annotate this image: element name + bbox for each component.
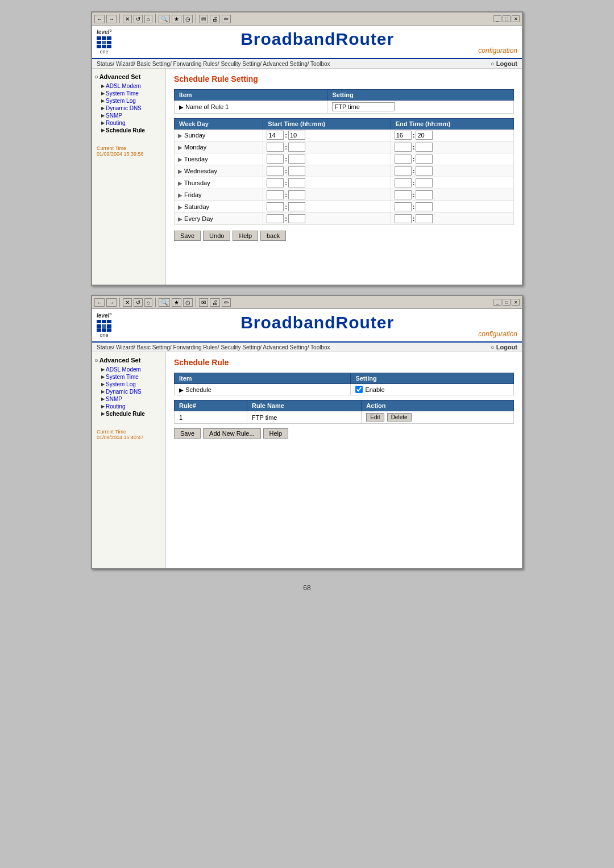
end-hour-wednesday[interactable] [395, 166, 412, 176]
back-button-2[interactable]: ← [94, 298, 105, 307]
close-button-1[interactable]: ✕ [512, 15, 520, 22]
sidebar-header-2[interactable]: ○ Advanced Set [94, 357, 163, 364]
home-button-1[interactable]: ⌂ [144, 15, 152, 23]
back-button-1[interactable]: ← [94, 15, 105, 23]
end-min-monday[interactable] [416, 143, 433, 152]
back-button-form-1[interactable]: back [260, 231, 286, 241]
history-button-2[interactable]: ◷ [183, 298, 193, 307]
minimize-button-2[interactable]: _ [493, 299, 501, 306]
end-min-friday[interactable] [416, 190, 433, 199]
enable-checkbox-2[interactable] [355, 386, 363, 393]
minimize-button-1[interactable]: _ [493, 15, 501, 22]
end-min-wednesday[interactable] [416, 166, 433, 176]
router-header-1: level° [92, 26, 522, 59]
sidebar-item-syslog-2[interactable]: ▶ System Log [94, 381, 163, 388]
start-min-friday[interactable] [288, 190, 305, 199]
close-button-2[interactable]: ✕ [512, 299, 520, 306]
edit-button-2[interactable]: ✏ [222, 298, 231, 307]
save-button-1[interactable]: Save [174, 231, 201, 241]
end-hour-everyday[interactable] [395, 214, 412, 223]
win-controls-1: _ □ ✕ [493, 15, 520, 22]
end-min-sunday[interactable] [416, 131, 433, 140]
sidebar-item-ddns-2[interactable]: ▶ Dynamic DNS [94, 388, 163, 395]
start-min-monday[interactable] [288, 143, 305, 152]
sidebar-item-adsl-1[interactable]: ▶ ADSL Modem [94, 82, 163, 90]
start-min-saturday[interactable] [288, 202, 305, 211]
end-min-saturday[interactable] [416, 202, 433, 211]
refresh-button-1[interactable]: ↺ [134, 15, 143, 23]
refresh-button-2[interactable]: ↺ [134, 298, 143, 307]
start-hour-thursday[interactable] [267, 178, 284, 187]
start-min-tuesday[interactable] [288, 155, 305, 164]
start-time-wednesday: : [263, 165, 391, 177]
sidebar-item-schedule-2[interactable]: ▶ Schedule Rule [94, 410, 163, 418]
schedule-row-tuesday: ▶ Tuesday : [175, 153, 514, 165]
start-min-everyday[interactable] [288, 214, 305, 223]
end-min-thursday[interactable] [416, 178, 433, 187]
sidebar-item-syslog-1[interactable]: ▶ System Log [94, 97, 163, 105]
sidebar-item-snmp-2[interactable]: ▶ SNMP [94, 395, 163, 403]
logout-button-2[interactable]: ○ Logout [491, 344, 517, 350]
end-hour-tuesday[interactable] [395, 155, 412, 164]
end-hour-thursday[interactable] [395, 178, 412, 187]
add-new-rule-button[interactable]: Add New Rule... [203, 428, 260, 439]
start-hour-sunday[interactable] [267, 131, 284, 140]
mail-button-2[interactable]: ✉ [199, 298, 208, 307]
undo-button-1[interactable]: Undo [203, 231, 230, 241]
favorites-button-2[interactable]: ★ [172, 298, 181, 307]
start-hour-friday[interactable] [267, 190, 284, 199]
sidebar-header-1[interactable]: ○ Advanced Set [94, 73, 163, 80]
sidebar-item-snmp-1[interactable]: ▶ SNMP [94, 112, 163, 119]
start-hour-saturday[interactable] [267, 202, 284, 211]
nav-bar-1: Status/ Wizard/ Basic Setting/ Forwardin… [92, 59, 522, 69]
start-min-sunday[interactable] [288, 131, 305, 140]
print-button-1[interactable]: 🖨 [210, 15, 220, 23]
start-hour-monday[interactable] [267, 143, 284, 152]
start-hour-everyday[interactable] [267, 214, 284, 223]
sidebar-item-ddns-1[interactable]: ▶ Dynamic DNS [94, 105, 163, 112]
start-hour-wednesday[interactable] [267, 166, 284, 176]
sidebar-item-routing-2[interactable]: ▶ Routing [94, 403, 163, 410]
home-button-2[interactable]: ⌂ [144, 298, 152, 307]
mail-button-1[interactable]: ✉ [199, 15, 208, 23]
stop-button-1[interactable]: ✕ [123, 15, 132, 23]
history-button-1[interactable]: ◷ [183, 15, 193, 23]
nav-bar-2: Status/ Wizard/ Basic Setting/ Forwardin… [92, 343, 522, 352]
forward-button-2[interactable]: → [106, 298, 117, 307]
sidebar-item-adsl-2[interactable]: ▶ ADSL Modem [94, 366, 163, 373]
help-button-2[interactable]: Help [263, 428, 289, 439]
search-button-1[interactable]: 🔍 [159, 15, 170, 23]
sidebar-item-routing-1[interactable]: ▶ Routing [94, 119, 163, 127]
sidebar-item-systemtime-2[interactable]: ▶ System Time [94, 373, 163, 381]
forward-button-1[interactable]: → [106, 15, 117, 23]
help-button-1[interactable]: Help [233, 231, 258, 241]
end-min-tuesday[interactable] [416, 155, 433, 164]
start-min-thursday[interactable] [288, 178, 305, 187]
edit-rule-button-1[interactable]: Edit [366, 413, 384, 422]
stop-button-2[interactable]: ✕ [123, 298, 132, 307]
rule-name-input-1[interactable] [332, 102, 395, 111]
win-controls-2: _ □ ✕ [493, 299, 520, 306]
end-min-everyday[interactable] [416, 214, 433, 223]
edit-button-1[interactable]: ✏ [222, 15, 231, 23]
start-min-wednesday[interactable] [288, 166, 305, 176]
favorites-button-1[interactable]: ★ [172, 15, 181, 23]
triangle-icon-10: ▶ [101, 382, 105, 387]
sidebar-item-schedule-1[interactable]: ▶ Schedule Rule [94, 127, 163, 134]
start-hour-tuesday[interactable] [267, 155, 284, 164]
end-hour-monday[interactable] [395, 143, 412, 152]
end-hour-friday[interactable] [395, 190, 412, 199]
print-button-2[interactable]: 🖨 [210, 298, 220, 307]
logout-button-1[interactable]: ○ Logout [491, 60, 517, 67]
brand-sub-2: one [100, 332, 109, 338]
search-button-2[interactable]: 🔍 [159, 298, 170, 307]
restore-button-1[interactable]: □ [503, 15, 511, 22]
current-time-label-2: Current Time [97, 429, 161, 435]
end-hour-sunday[interactable] [395, 131, 412, 140]
restore-button-2[interactable]: □ [503, 299, 511, 306]
day-monday: ▶ Monday [175, 141, 263, 153]
sidebar-item-systemtime-1[interactable]: ▶ System Time [94, 90, 163, 97]
save-button-2[interactable]: Save [174, 428, 201, 439]
delete-rule-button-1[interactable]: Delete [387, 413, 412, 422]
end-hour-saturday[interactable] [395, 202, 412, 211]
